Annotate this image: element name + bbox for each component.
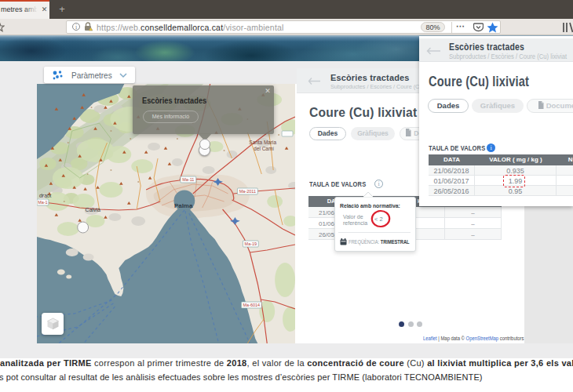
svg-text:Calvià: Calvià bbox=[86, 207, 100, 212]
svg-text:dratx: dratx bbox=[39, 193, 52, 198]
svg-text:Ma-6014: Ma-6014 bbox=[243, 303, 261, 307]
svg-text:Ma-1: Ma-1 bbox=[38, 200, 47, 205]
svg-text:Ma-19: Ma-19 bbox=[245, 241, 257, 246]
svg-text:Santa Maria: Santa Maria bbox=[249, 140, 276, 145]
svg-text:Palma: Palma bbox=[174, 202, 193, 209]
svg-text:Ma-2011: Ma-2011 bbox=[239, 189, 256, 194]
svg-text:Ma-11: Ma-11 bbox=[182, 177, 194, 182]
svg-text:del Camí: del Camí bbox=[254, 146, 274, 151]
